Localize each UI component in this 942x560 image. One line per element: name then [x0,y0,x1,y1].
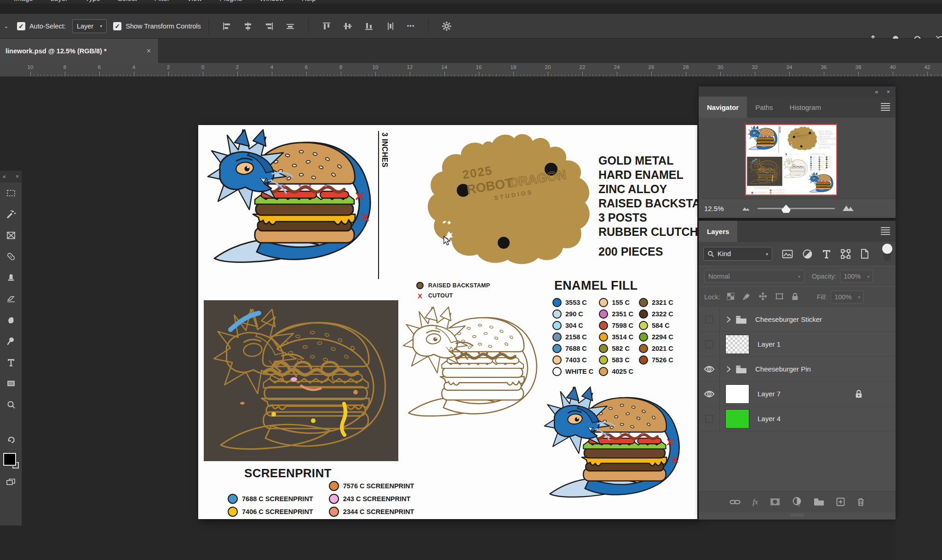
link-layers-icon[interactable] [729,499,741,505]
layer-styles-fx-icon[interactable]: fx [752,498,758,506]
menu-item-help[interactable]: Help [302,0,316,4]
menu-item-filter[interactable]: Filter [154,0,169,4]
menu-bar[interactable]: ImageLayerTypeSelectFilterViewPluginsWin… [0,0,942,4]
lock-artboard-icon[interactable] [775,292,784,302]
align-top-icon[interactable] [321,21,332,32]
layer-name[interactable]: Layer 7 [758,390,781,398]
layer-row[interactable]: Layer 7 [699,382,896,406]
tab-histogram[interactable]: Histogram [781,97,829,118]
visibility-toggle-empty[interactable] [699,406,720,431]
type-tool[interactable] [0,352,22,373]
visibility-toggle-empty[interactable] [699,307,720,331]
layer-filter-kind-dropdown[interactable]: Kind ▾ [703,247,772,261]
filter-pixel-layers-icon[interactable] [782,250,793,258]
shape-tool[interactable] [0,373,22,394]
magic-wand-tool[interactable] [0,204,22,225]
filter-shape-layers-icon[interactable] [841,249,850,259]
lock-pixels-brush-icon[interactable] [742,292,751,302]
menu-item-type[interactable]: Type [85,0,100,4]
delete-layer-trash-icon[interactable] [857,497,865,506]
align-middle-vertical-icon[interactable] [342,21,353,32]
menu-item-view[interactable]: View [187,0,202,4]
menu-item-image[interactable]: Image [14,0,33,4]
marquee-tool[interactable] [0,183,22,204]
close-tab-icon[interactable]: × [145,47,153,55]
layer-thumbnail[interactable] [725,384,749,404]
layer-name[interactable]: Layer 4 [758,415,781,423]
zoom-in-icon[interactable] [842,204,854,213]
undo-icon[interactable] [0,429,22,450]
lock-transparency-icon[interactable] [727,292,735,302]
zoom-out-icon[interactable] [742,205,750,213]
new-adjustment-layer-icon[interactable] [792,497,802,507]
color-swatches[interactable] [3,453,19,469]
visibility-toggle-empty[interactable] [699,332,720,356]
menu-item-window[interactable]: Window [259,0,284,4]
frame-tool[interactable] [0,225,22,246]
collapse-panel-icon[interactable]: « [875,88,878,95]
tab-paths[interactable]: Paths [747,97,781,118]
visibility-eye-icon[interactable] [699,382,720,406]
tab-layers[interactable]: Layers [699,221,737,242]
foreground-color-swatch[interactable] [3,453,16,466]
distribute-horizontal-icon[interactable] [285,21,296,32]
eraser-tool[interactable] [0,288,22,309]
smudge-tool[interactable] [0,309,22,331]
clone-stamp-tool[interactable] [0,267,22,288]
zoom-slider-thumb[interactable] [781,205,791,213]
layer-row[interactable]: Layer 4 [699,406,896,431]
filter-toggle-switch[interactable] [884,246,891,261]
align-bottom-icon[interactable] [363,21,374,32]
navigator-zoom-value[interactable]: 12.5% [704,205,738,212]
close-panel-icon[interactable]: × [886,88,890,95]
filter-smart-objects-icon[interactable] [860,249,869,259]
tool-preset-chevron-icon[interactable]: ⌄ [4,23,9,29]
menu-item-layer[interactable]: Layer [51,0,68,4]
align-left-icon[interactable] [221,21,232,32]
group-expand-chevron-icon[interactable] [726,366,731,372]
healing-brush-tool[interactable] [0,246,22,267]
new-layer-icon[interactable] [836,497,845,506]
show-transform-checkbox[interactable]: ✓ Show Transform Controls [113,22,201,30]
panel-menu-icon[interactable] [881,227,890,236]
close-panel-icon[interactable]: × [16,173,19,180]
align-center-horizontal-icon[interactable] [242,21,253,32]
dodge-tool[interactable] [0,331,22,352]
panel-resize-grip[interactable] [699,512,896,518]
auto-select-target-dropdown[interactable]: Layer ▾ [72,19,107,33]
opacity-value-box[interactable]: 100% ▾ [840,270,873,283]
zoom-tool[interactable] [0,394,22,415]
navigator-proxy[interactable]: 3 INCHES 2025 ROBOT DRAGON STUDIOS [745,124,837,195]
canvas[interactable]: 3 INCHES 2025 ROBOT DRAGON STUDIOS [198,125,697,519]
zoom-slider[interactable] [758,208,835,209]
layer-row[interactable]: Cheeseburger Sticker [699,307,896,332]
layer-name[interactable]: Cheeseburger Sticker [755,315,822,323]
fill-value-box[interactable]: 100% ▾ [831,291,864,303]
auto-select-checkbox[interactable]: ✓ Auto-Select: [17,22,66,30]
checkbox-checked-icon[interactable]: ✓ [17,22,25,30]
gear-icon[interactable] [441,21,452,32]
visibility-eye-icon[interactable] [699,357,720,381]
menu-item-select[interactable]: Select [118,0,137,4]
filter-adjustment-layers-icon[interactable] [803,249,812,259]
lock-all-icon[interactable] [792,292,798,302]
filter-type-layers-icon[interactable] [822,249,831,258]
layer-name[interactable]: Cheeseburger Pin [755,365,811,373]
panel-menu-icon[interactable] [881,103,890,112]
new-group-folder-icon[interactable] [814,498,824,506]
tab-navigator[interactable]: Navigator [699,97,747,118]
more-options-icon[interactable]: ••• [407,23,415,29]
blend-mode-dropdown[interactable]: Normal ▾ [704,270,804,283]
lock-position-icon[interactable] [758,292,767,302]
horizontal-ruler[interactable]: 1086420246810121416182022242628303234363… [0,63,942,77]
layer-thumbnail[interactable] [725,409,749,429]
layer-row[interactable]: Layer 1 [699,332,896,357]
checkbox-checked-icon[interactable]: ✓ [113,22,121,30]
collapse-panel-icon[interactable]: « [3,173,6,180]
layer-row[interactable]: Cheeseburger Pin [699,357,896,382]
screen-mode-icon[interactable] [0,471,22,492]
layer-thumbnail[interactable] [725,335,749,354]
add-layer-mask-icon[interactable] [770,498,780,506]
layer-name[interactable]: Layer 1 [758,340,781,348]
align-right-icon[interactable] [264,21,275,32]
